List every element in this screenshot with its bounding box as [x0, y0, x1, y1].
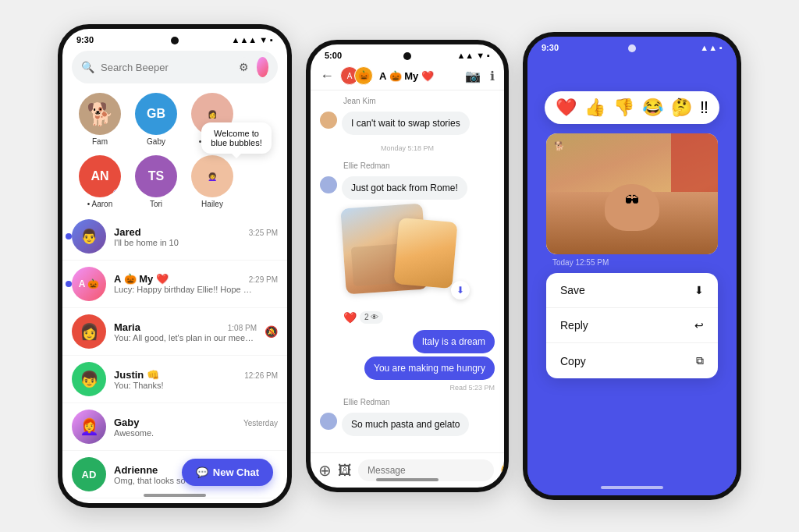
chat-input-bar: ⊕ 🖼 🙂 🎤 [311, 452, 504, 488]
save-label: Save [560, 284, 585, 296]
emoji-reaction-bar[interactable]: ❤️ 👍 👎 😂 🤔 ‼️ [545, 91, 719, 124]
add-icon[interactable]: ⊕ [318, 461, 332, 480]
wifi-icon: ▼ [259, 35, 268, 44]
info-icon[interactable]: ℹ [490, 69, 495, 83]
avatar-group: A 🎃 [72, 267, 106, 301]
story-fam[interactable]: 🐕 Fam [72, 93, 128, 146]
react-thumbsup[interactable]: 👍 [584, 98, 605, 118]
context-reply[interactable]: Reply ↩ [546, 308, 718, 343]
new-chat-icon: 💬 [196, 466, 208, 478]
avatar-ellie-2 [320, 413, 337, 430]
online-dot-aaron [113, 190, 119, 196]
header-avatars: A 🎃 [340, 66, 373, 85]
msg-row-ellie-1: Just got back from Rome! [320, 176, 495, 200]
camera-dot-2 [403, 52, 411, 60]
bubble-ellie-2: So much pasta and gelato [342, 413, 469, 436]
chat-item-justin[interactable]: 👦 Justin 👊 12:26 PM You: Thanks! [62, 356, 287, 403]
search-input[interactable] [101, 62, 232, 73]
chat-header-title: A 🎃 My ❤️ [379, 70, 459, 82]
avatar-jean [320, 112, 337, 129]
camera-dot-3 [628, 44, 636, 52]
camera-dot [171, 37, 179, 44]
reaction-heart: ❤️ [343, 311, 357, 324]
react-thumbsdown[interactable]: 👎 [613, 98, 634, 118]
read-status: Read 5:23 PM [449, 384, 495, 392]
reaction-count: 2 👁 [360, 311, 383, 324]
chat-list: 👨 Jared 3:25 PM I'll be home in 10 A 🎃 [62, 213, 287, 498]
user-avatar[interactable] [257, 57, 269, 77]
home-indicator-3 [601, 486, 663, 489]
time-1: 9:30 [76, 35, 94, 44]
bubble-sent-hungry: You are making me hungry [364, 356, 495, 380]
download-float-icon[interactable]: ⬇ [451, 281, 470, 300]
signal-icon-2: ▲▲ [456, 51, 474, 60]
home-indicator-2 [376, 478, 439, 481]
chat-info-justin: Justin 👊 12:26 PM You: Thanks! [114, 369, 278, 390]
avatar-jared: 👨 [72, 219, 106, 254]
video-icon[interactable]: 📷 [465, 69, 481, 83]
context-save[interactable]: Save ⬇ [546, 273, 718, 308]
back-button[interactable]: ← [320, 68, 334, 84]
react-bangbang[interactable]: ‼️ [700, 98, 708, 118]
battery-icon: ▪ [270, 35, 273, 44]
avatar-adrienne: AD [72, 457, 106, 491]
chat-item-group[interactable]: A 🎃 A 🎃 My ❤️ 2:29 PM Lucy: Happy birthd… [62, 261, 287, 308]
phones-container: 9:30 ▲▲▲ ▼ ▪ 🔍 ⚙ Welcome to blue bubbles… [42, 9, 757, 523]
react-think[interactable]: 🤔 [671, 98, 692, 118]
avatar-gaby: 👩‍🦰 [72, 410, 106, 444]
image-icon[interactable]: 🖼 [338, 463, 352, 479]
bubble-jean: I can't wait to swap stories [342, 112, 470, 135]
photo-collage: ⬇ [343, 206, 460, 303]
sender-label-jean: Jean Kim [343, 97, 495, 105]
avatar-justin: 👦 [72, 362, 106, 396]
phone-3: 9:30 ▲▲ ▪ ❤️ 👍 👎 😂 🤔 ‼️ [523, 32, 741, 500]
react-heart[interactable]: ❤️ [556, 98, 577, 118]
chat-info-jared: Jared 3:25 PM I'll be home in 10 [114, 226, 278, 247]
reply-label: Reply [560, 319, 588, 332]
story-hailey[interactable]: 👩‍🦱 Hailey [184, 155, 240, 208]
signal-icon: ▲▲▲ [232, 35, 257, 44]
story-tori[interactable]: TS Tori [128, 155, 184, 208]
signal-icon-3: ▲▲ [700, 43, 717, 52]
dog-photo-container: 🕶 🐕 [546, 133, 718, 254]
emoji-icon[interactable]: 🙂 [500, 462, 504, 479]
unread-indicator-group [66, 281, 72, 287]
battery-icon-2: ▪ [487, 51, 490, 60]
messages-area: Jean Kim I can't wait to swap stories Mo… [311, 90, 504, 452]
chat-info-group: A 🎃 My ❤️ 2:29 PM Lucy: Happy birthday E… [114, 273, 278, 295]
stories-row-2: AN • Aaron TS Tori 👩‍🦱 Hailey [62, 151, 287, 213]
avatar-b: 🎃 [354, 66, 373, 85]
time-3: 9:30 [542, 43, 559, 52]
reply-icon: ↩ [694, 319, 704, 332]
story-gaby[interactable]: GB Gaby [128, 93, 184, 146]
msg-row-jean: I can't wait to swap stories [320, 112, 495, 135]
copy-label: Copy [560, 355, 586, 367]
chat-info-maria: Maria 1:08 PM You: All good, let's plan … [114, 321, 257, 342]
story-aaron[interactable]: AN • Aaron [72, 155, 128, 208]
timestamp-monday: Monday 5:18 PM [320, 144, 495, 152]
chat-item-jared[interactable]: 👨 Jared 3:25 PM I'll be home in 10 [62, 213, 287, 261]
photo-reactions: ❤️ 2 👁 [343, 311, 495, 324]
settings-icon[interactable]: ⚙ [238, 57, 250, 77]
copy-icon: ⧉ [696, 354, 704, 367]
chat-item-gaby[interactable]: 👩‍🦰 Gaby Yesterday Awesome. [62, 403, 287, 451]
phone-2: 5:00 ▲▲ ▼ ▪ ← A 🎃 A 🎃 My ❤️ 📷 ℹ [306, 40, 509, 492]
save-icon: ⬇ [694, 284, 704, 296]
battery-icon-3: ▪ [719, 43, 723, 52]
home-indicator-1 [144, 494, 206, 497]
unread-indicator-jared [66, 233, 72, 239]
react-laugh[interactable]: 😂 [642, 98, 663, 118]
avatar-ellie [320, 176, 337, 193]
sender-label-ellie-2: Ellie Redman [343, 398, 495, 406]
phone-1: 9:30 ▲▲▲ ▼ ▪ 🔍 ⚙ Welcome to blue bubbles… [58, 24, 292, 508]
chat-header: ← A 🎃 A 🎃 My ❤️ 📷 ℹ [311, 62, 504, 90]
new-chat-button[interactable]: 💬 New Chat [182, 459, 273, 486]
dog-photo: 🕶 🐕 [546, 133, 718, 254]
status-icons-3: ▲▲ ▪ [700, 43, 723, 52]
chat-item-maria[interactable]: 👩 Maria 1:08 PM You: All good, let's pla… [62, 308, 287, 356]
avatar-maria: 👩 [72, 314, 106, 349]
status-icons-2: ▲▲ ▼ ▪ [456, 51, 490, 60]
wifi-icon-2: ▼ [476, 51, 485, 60]
context-copy[interactable]: Copy ⧉ [546, 343, 718, 378]
search-bar[interactable]: 🔍 ⚙ [72, 51, 278, 83]
